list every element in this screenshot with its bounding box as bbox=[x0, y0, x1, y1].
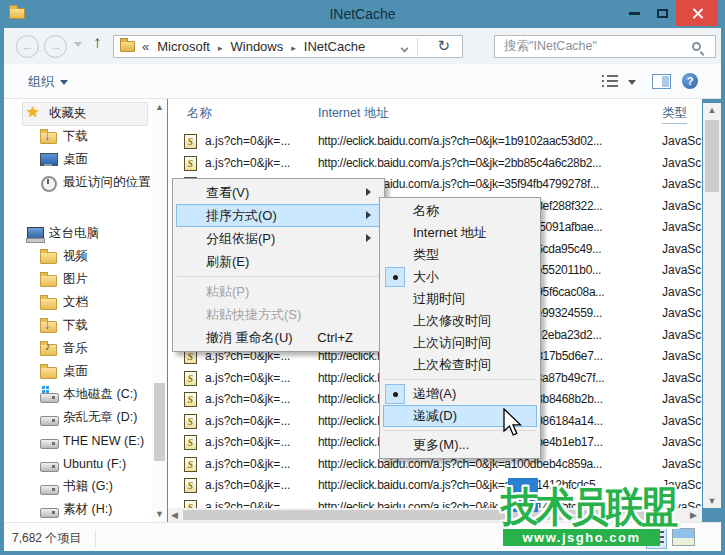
thumbnail-view-button[interactable] bbox=[672, 528, 695, 546]
menu-item[interactable]: 粘贴快捷方式(S) bbox=[176, 303, 381, 326]
this-pc-group: 这台电脑 视频 图片 文档 ↓ 下载 ♪ 音 bbox=[4, 222, 152, 521]
menu-item[interactable]: 查看(V) bbox=[176, 181, 381, 204]
js-file-icon bbox=[184, 134, 197, 149]
sidebar-item[interactable]: 本地磁盘 (C:) bbox=[4, 383, 152, 406]
menu-item[interactable]: 排序方式(O) bbox=[176, 204, 381, 227]
search-box[interactable]: 搜索"INetCache" bbox=[494, 35, 716, 58]
sidebar-item-label: 桌面 bbox=[63, 151, 88, 168]
search-icon[interactable] bbox=[692, 42, 701, 51]
menu-item[interactable] bbox=[383, 376, 537, 383]
breadcrumb: MicrosoftWindowsINetCache bbox=[157, 39, 365, 54]
sidebar-item[interactable]: 书籍 (G:) bbox=[4, 475, 152, 498]
menu-item[interactable]: 刷新(E) bbox=[176, 250, 381, 273]
close-button[interactable] bbox=[676, 0, 718, 26]
list-horizontal-scrollbar[interactable]: ◀ ▶ bbox=[168, 508, 702, 522]
menu-item[interactable]: Internet 地址 bbox=[383, 222, 537, 244]
sidebar-item-icon bbox=[40, 410, 57, 425]
back-button[interactable]: ← bbox=[16, 35, 39, 58]
breadcrumb-overflow-chevron[interactable]: « bbox=[142, 39, 149, 54]
sidebar-item[interactable]: 桌面 bbox=[4, 360, 152, 383]
menu-item[interactable]: 过期时间 bbox=[383, 288, 537, 310]
js-file-icon bbox=[184, 414, 197, 429]
menu-item[interactable]: 分组依据(P) bbox=[176, 227, 381, 250]
sidebar-scrollbar[interactable]: ▲ ▼ bbox=[152, 99, 167, 522]
sidebar-item-icon: ♪ bbox=[40, 341, 57, 356]
column-header-type[interactable]: 类型 bbox=[662, 105, 687, 124]
sidebar-item-label: 音乐 bbox=[63, 340, 88, 357]
scroll-up-icon[interactable]: ▲ bbox=[152, 102, 167, 112]
menu-item-label: 排序方式(O) bbox=[206, 207, 277, 225]
menu-item[interactable]: 大小 bbox=[383, 266, 537, 288]
file-type: JavaSc bbox=[662, 242, 702, 256]
list-vertical-scrollbar[interactable]: ▲ ▼ bbox=[703, 103, 721, 508]
breadcrumb-segment[interactable]: INetCache bbox=[304, 39, 365, 54]
sidebar-item[interactable]: THE NEW (E:) bbox=[4, 429, 152, 452]
scrollbar-thumb[interactable] bbox=[183, 510, 657, 520]
sidebar-item[interactable]: 素材 (H:) bbox=[4, 498, 152, 521]
column-header-name[interactable]: 名称 bbox=[187, 105, 212, 122]
menu-item[interactable]: 上次检查时间 bbox=[383, 354, 537, 376]
history-dropdown-icon[interactable] bbox=[74, 42, 82, 47]
forward-button[interactable]: → bbox=[44, 35, 67, 58]
sidebar-item[interactable]: ↓ 下载 bbox=[4, 125, 152, 148]
scrollbar-thumb[interactable] bbox=[705, 120, 719, 192]
sidebar-item-label: 最近访问的位置 bbox=[63, 174, 151, 191]
menu-item[interactable]: 撤消 重命名(U) Ctrl+Z bbox=[176, 326, 381, 349]
preview-pane-icon[interactable] bbox=[652, 74, 671, 89]
sidebar-item[interactable]: 视频 bbox=[4, 245, 152, 268]
breadcrumb-segment[interactable]: Microsoft bbox=[157, 39, 230, 54]
menu-item[interactable]: 粘贴(P) bbox=[176, 280, 381, 303]
file-name: a.js?ch=0&jk=... bbox=[205, 414, 315, 428]
file-type: JavaSc bbox=[662, 349, 702, 363]
sidebar-item[interactable]: Ubuntu (F:) bbox=[4, 452, 152, 475]
scroll-left-icon[interactable]: ◀ bbox=[171, 510, 178, 520]
sidebar-item[interactable]: 杂乱无章 (D:) bbox=[4, 406, 152, 429]
table-row[interactable]: a.js?ch=0&jk=... http://eclick.baidu.com… bbox=[168, 131, 702, 153]
sidebar-item[interactable]: 这台电脑 bbox=[4, 222, 152, 245]
maximize-button[interactable] bbox=[648, 0, 676, 26]
menu-item[interactable] bbox=[176, 273, 381, 280]
sidebar-item[interactable]: 图片 bbox=[4, 268, 152, 291]
up-button[interactable]: ↑ bbox=[93, 33, 102, 53]
search-input[interactable]: 搜索"INetCache" bbox=[504, 38, 692, 55]
sidebar-item[interactable]: ↓ 下载 bbox=[4, 314, 152, 337]
sidebar-item[interactable]: 收藏夹 bbox=[4, 102, 152, 125]
menu-item[interactable]: 上次访问时间 bbox=[383, 332, 537, 354]
menu-item[interactable]: 上次修改时间 bbox=[383, 310, 537, 332]
table-row[interactable]: a.js?ch=0&jk=... http://eclick.baidu.com… bbox=[168, 497, 702, 509]
sidebar-item[interactable]: 桌面 bbox=[4, 148, 152, 171]
sidebar-item-icon: ↓ bbox=[40, 318, 57, 333]
address-dropdown-icon[interactable] bbox=[401, 45, 409, 53]
menu-item-label: Internet 地址 bbox=[413, 224, 487, 242]
menu-item[interactable]: 名称 bbox=[383, 200, 537, 222]
scroll-down-icon[interactable]: ▼ bbox=[152, 509, 167, 519]
refresh-icon[interactable]: ↻ bbox=[437, 37, 450, 55]
organize-button[interactable]: 组织 bbox=[28, 73, 68, 91]
menu-item[interactable]: 递增(A) bbox=[383, 383, 537, 405]
file-name: a.js?ch=0&jk=... bbox=[205, 478, 315, 492]
menu-item[interactable]: 类型 bbox=[383, 244, 537, 266]
scroll-down-icon[interactable]: ▼ bbox=[703, 496, 721, 506]
view-dropdown-icon[interactable] bbox=[628, 80, 636, 85]
scrollbar-thumb[interactable] bbox=[154, 383, 165, 461]
change-view-icon[interactable] bbox=[602, 75, 618, 88]
scroll-right-icon[interactable]: ▶ bbox=[690, 510, 697, 520]
organize-label: 组织 bbox=[28, 73, 54, 91]
file-type: JavaSc bbox=[662, 199, 702, 213]
scroll-up-icon[interactable]: ▲ bbox=[703, 105, 721, 115]
help-icon[interactable]: ? bbox=[682, 73, 698, 89]
minimize-button[interactable] bbox=[620, 0, 648, 26]
sidebar-item[interactable]: 文档 bbox=[4, 291, 152, 314]
file-type: JavaSc bbox=[662, 220, 702, 234]
column-header-url[interactable]: Internet 地址 bbox=[318, 105, 389, 122]
details-view-button[interactable] bbox=[646, 525, 667, 549]
sidebar-item[interactable]: ♪ 音乐 bbox=[4, 337, 152, 360]
table-row[interactable]: a.js?ch=0&jk=... http://eclick.baidu.com… bbox=[168, 475, 702, 497]
maximize-icon bbox=[657, 9, 668, 18]
file-name: a.js?ch=0&jk=... bbox=[205, 500, 315, 509]
table-row[interactable]: a.js?ch=0&jk=... http://eclick.baidu.com… bbox=[168, 153, 702, 175]
sidebar-item-label: 文档 bbox=[63, 294, 88, 311]
sidebar-item[interactable]: 最近访问的位置 bbox=[4, 171, 152, 194]
address-bar[interactable]: « MicrosoftWindowsINetCache ↻ bbox=[113, 35, 463, 58]
breadcrumb-segment[interactable]: Windows bbox=[231, 39, 304, 54]
